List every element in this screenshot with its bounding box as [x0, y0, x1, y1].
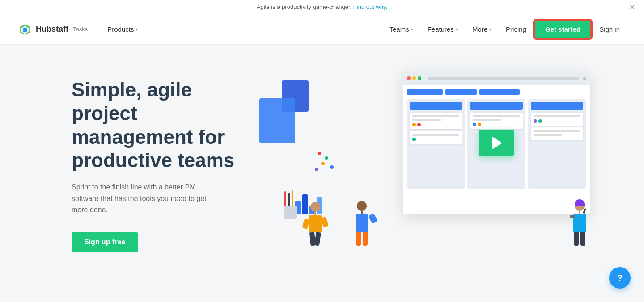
window-dot-yellow: [412, 76, 416, 80]
kanban-col-1: [407, 99, 465, 189]
play-triangle-icon: [492, 137, 502, 149]
hero-content: Simple, agile project management for pro…: [72, 78, 259, 252]
play-button[interactable]: [479, 130, 514, 156]
pencil-cup-decoration: [284, 190, 297, 219]
nav-item-pricing[interactable]: Pricing: [500, 22, 533, 37]
hero-section: Simple, agile project management for pro…: [0, 45, 644, 286]
kanban-card: [410, 113, 462, 129]
nav-item-teams[interactable]: Teams ▾: [383, 22, 419, 37]
brand-logo-link[interactable]: Hubstaff Tasks: [18, 22, 88, 37]
brand-name: Hubstaff: [36, 25, 68, 34]
window-dot-red: [407, 76, 411, 80]
figure-person1: [309, 202, 322, 246]
screen-header: ≡: [402, 71, 590, 85]
signup-button[interactable]: Sign up free: [72, 232, 138, 252]
figure-person3: [573, 201, 586, 246]
hero-title: Simple, agile project management for pro…: [72, 78, 259, 172]
dashboard-screen: ≡: [402, 71, 590, 214]
kanban-col-3: [528, 99, 586, 189]
brand-product: Tasks: [73, 26, 88, 33]
chevron-down-icon: ▾: [136, 27, 138, 32]
hero-illustration: ≡: [259, 71, 590, 259]
nav-item-features[interactable]: Features ▾: [421, 22, 464, 37]
announcement-link[interactable]: Find out why.: [353, 4, 387, 10]
announcement-close-button[interactable]: ✕: [629, 3, 635, 11]
chevron-down-icon-teams: ▾: [411, 27, 413, 32]
navbar: Hubstaff Tasks Products ▾ Teams ▾ Featur…: [0, 14, 644, 45]
announcement-text: Agile is a productivity game-changer.: [257, 4, 352, 10]
help-button[interactable]: ?: [609, 267, 631, 289]
bottom-section: BACKLOG + ⋮ IN PROGRESS + ⋮ DONE: [0, 286, 644, 302]
nav-right: Teams ▾ Features ▾ More ▾ Pricing Get st…: [383, 20, 626, 38]
figure-person2: [356, 201, 368, 246]
window-dot-green: [418, 76, 421, 80]
chevron-down-icon-more: ▾: [489, 27, 491, 32]
announcement-bar: Agile is a productivity game-changer. Fi…: [0, 0, 644, 14]
kanban-card: [531, 113, 583, 126]
chevron-down-icon-features: ▾: [456, 27, 458, 32]
kanban-card: [470, 113, 522, 129]
kanban-card: [410, 131, 462, 144]
nav-item-more[interactable]: More ▾: [466, 22, 498, 37]
blue-accent-block-1: [259, 98, 295, 143]
kanban-card: [531, 127, 583, 140]
nav-left: Products ▾: [101, 22, 144, 37]
nav-item-products[interactable]: Products ▾: [101, 22, 144, 37]
signin-button[interactable]: Sign in: [593, 21, 626, 38]
hero-subtitle: Sprint to the finish line with a better …: [72, 181, 215, 216]
brand-logo-icon: [18, 22, 32, 37]
get-started-button[interactable]: Get started: [534, 20, 591, 38]
